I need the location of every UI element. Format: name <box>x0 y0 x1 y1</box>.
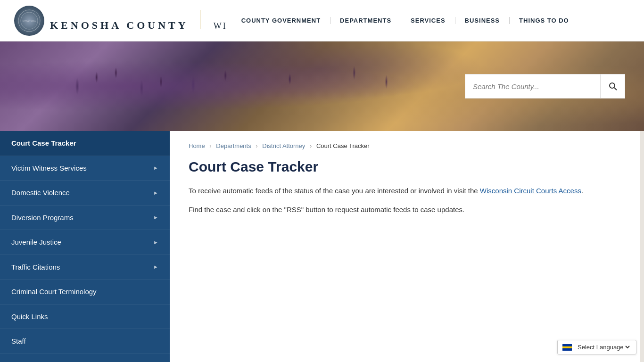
sidebar-label: Criminal Court Terminology <box>11 287 97 296</box>
sidebar-item-victim-witness-services[interactable]: Victim Witness Services ► <box>0 156 170 181</box>
nav-county-government[interactable]: COUNTY GOVERNMENT <box>232 17 330 24</box>
breadcrumb-district-attorney[interactable]: District Attorney <box>262 142 305 149</box>
paragraph-1-start: To receive automatic feeds of the status… <box>189 187 480 195</box>
sidebar-label: Staff <box>11 337 26 346</box>
chevron-right-icon: ► <box>153 189 158 196</box>
page-title: Court Case Tracker <box>189 159 621 175</box>
sidebar-item-juvenile-justice[interactable]: Juvenile Justice ► <box>0 230 170 255</box>
svg-line-4 <box>614 88 617 90</box>
search-box <box>465 74 625 99</box>
state-abbr: WI <box>214 21 227 31</box>
chevron-right-icon: ► <box>153 214 158 221</box>
sidebar-item-court-case-tracker[interactable]: Court Case Tracker <box>0 131 170 156</box>
sidebar-item-traffic-citations[interactable]: Traffic Citations ► <box>0 255 170 280</box>
sidebar-label: Quick Links <box>11 312 48 321</box>
hero-banner <box>0 41 644 131</box>
breadcrumb-sep1: › <box>209 142 211 149</box>
county-name: KENOSHA COUNTY <box>50 19 189 32</box>
svg-rect-6 <box>562 346 572 348</box>
sidebar-label: Victim Witness Services <box>11 164 87 173</box>
sidebar-nav: Court Case Tracker Victim Witness Servic… <box>0 131 170 362</box>
main-layout: Court Case Tracker Victim Witness Servic… <box>0 131 644 362</box>
breadcrumb-departments[interactable]: Departments <box>216 142 251 149</box>
logo-divider <box>200 10 200 29</box>
language-selector[interactable]: Select Language <box>557 340 636 354</box>
paragraph-2: Find the case and click on the "RSS" but… <box>189 204 621 215</box>
wca-link[interactable]: Wisconsin Circuit Courts Access <box>480 187 581 195</box>
chevron-right-icon: ► <box>153 239 158 246</box>
paragraph-1: To receive automatic feeds of the status… <box>189 185 621 197</box>
breadcrumb-home[interactable]: Home <box>189 142 205 149</box>
nav-business[interactable]: BUSINESS <box>455 17 510 24</box>
right-decoration <box>640 131 644 362</box>
site-header: KENOSHA KENOSHA COUNTY WI COUNTY GOVERNM… <box>0 0 644 41</box>
chevron-right-icon: ► <box>153 165 158 171</box>
sidebar-item-domestic-violence[interactable]: Domestic Violence ► <box>0 181 170 206</box>
nav-departments[interactable]: DEPARTMENTS <box>330 17 401 24</box>
breadcrumb-current: Court Case Tracker <box>316 142 370 149</box>
nav-services[interactable]: SERVICES <box>401 17 455 24</box>
svg-point-3 <box>610 83 615 88</box>
logo: KENOSHA KENOSHA COUNTY WI <box>14 6 227 36</box>
sidebar-label: Traffic Citations <box>11 263 60 272</box>
breadcrumb: Home › Departments › District Attorney ›… <box>189 142 621 149</box>
breadcrumb-sep3: › <box>310 142 312 149</box>
chevron-right-icon: ► <box>153 263 158 270</box>
sidebar-label: Court Case Tracker <box>11 139 76 148</box>
svg-text:KENOSHA: KENOSHA <box>23 20 36 23</box>
sidebar-item-criminal-court-terminology[interactable]: Criminal Court Terminology <box>0 280 170 304</box>
sidebar-label: Juvenile Justice <box>11 238 61 247</box>
sidebar-item-staff[interactable]: Staff <box>0 329 170 354</box>
county-seal: KENOSHA <box>14 6 44 36</box>
search-button[interactable] <box>600 74 625 99</box>
nav-things-to-do[interactable]: THINGS TO DO <box>510 17 578 24</box>
main-content: Home › Departments › District Attorney ›… <box>170 131 640 362</box>
language-icon <box>562 344 572 351</box>
breadcrumb-sep2: › <box>256 142 257 149</box>
sidebar-item-quick-links[interactable]: Quick Links <box>0 304 170 329</box>
search-input[interactable] <box>465 82 600 90</box>
sidebar-item-diversion-programs[interactable]: Diversion Programs ► <box>0 206 170 230</box>
logo-text: KENOSHA COUNTY WI <box>50 10 227 32</box>
main-nav: COUNTY GOVERNMENT DEPARTMENTS SERVICES B… <box>232 17 578 24</box>
language-dropdown[interactable]: Select Language <box>576 343 631 351</box>
sidebar-label: Domestic Violence <box>11 188 70 197</box>
sidebar-label: Diversion Programs <box>11 213 74 222</box>
paragraph-1-end: . <box>581 187 583 195</box>
